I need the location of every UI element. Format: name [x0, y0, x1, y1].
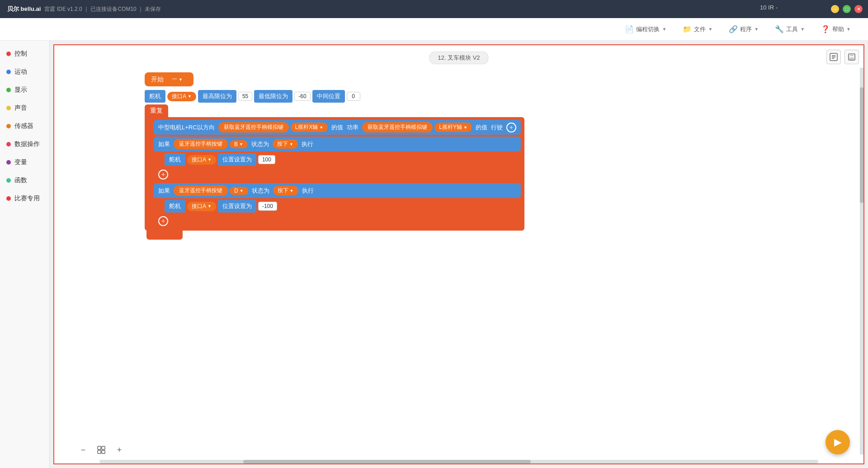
sidebar-item-competition[interactable]: 比赛专用 — [0, 190, 49, 207]
key-b-dropdown[interactable]: B ▼ — [230, 140, 248, 148]
coding-switch-label: 编程切换 — [636, 25, 660, 33]
canvas-title: 12. 叉车模块 V2 — [429, 52, 488, 64]
pos-val1-input[interactable]: 100 — [258, 155, 275, 164]
if1-label: 如果 — [158, 140, 170, 148]
canvas-area[interactable]: 12. 叉车模块 V2 — [53, 44, 864, 464]
if1-plus-row: ＋ — [154, 168, 521, 181]
sidebar-item-display[interactable]: 显示 — [0, 81, 49, 99]
pos-val2-input[interactable]: -100 — [258, 202, 277, 211]
sidebar-item-variable[interactable]: 变量 — [0, 154, 49, 171]
close-button[interactable]: ✕ — [854, 5, 863, 13]
tools-button[interactable]: 🔧 工具 ▼ — [771, 23, 808, 36]
port-dropdown-1[interactable]: 接口A ▼ — [167, 92, 196, 101]
file-icon: 📁 — [683, 25, 692, 33]
sidebar-item-motion[interactable]: 运动 — [0, 63, 49, 80]
program-icon: 🔗 — [729, 25, 738, 33]
joystick-y-dropdown[interactable]: L摇杆Y轴 ▼ — [434, 123, 472, 132]
sidebar-item-label-data: 数据操作 — [14, 140, 40, 148]
motor-add-button[interactable]: ＋ — [506, 123, 516, 132]
if1-add-button[interactable]: ＋ — [158, 170, 168, 180]
help-icon: ❓ — [821, 25, 830, 33]
titlebar: 贝尔 bellu.ai 雷霆 IDE v1.2.0 ｜ 已连接设备COM10 ｜… — [0, 0, 868, 18]
sidebar-item-sensor[interactable]: 传感器 — [0, 118, 49, 135]
ir-badge: 10 IR - — [760, 4, 778, 11]
max-val-input[interactable]: 55 — [238, 92, 252, 101]
h-scrollbar-thumb[interactable] — [243, 460, 531, 463]
file-label: 文件 — [694, 25, 706, 33]
repeat-block[interactable]: 重复 — [145, 104, 168, 117]
port-a3-dropdown[interactable]: 接口A ▼ — [187, 202, 216, 211]
sidebar-item-data[interactable]: 数据操作 — [0, 136, 49, 153]
zoom-in-button[interactable]: + — [113, 444, 126, 456]
function-dot — [6, 178, 11, 183]
file-button[interactable]: 📁 文件 ▼ — [679, 23, 716, 36]
save-button[interactable] — [844, 50, 859, 64]
sidebar-item-label-competition: 比赛专用 — [14, 194, 40, 203]
servo-config-row: 舵机 接口A ▼ 最高限位为 55 最低限位为 -60 中间位置 0 — [145, 90, 524, 103]
pressed1-dropdown[interactable]: 按下 ▼ — [273, 139, 298, 149]
servo2-block[interactable]: 舵机 — [165, 153, 185, 166]
svg-rect-8 — [102, 446, 105, 449]
horizontal-scrollbar[interactable] — [99, 460, 818, 463]
minimize-button[interactable]: － — [831, 5, 839, 13]
canvas-top-right-icons — [826, 50, 859, 64]
forward-label: 行驶 — [491, 123, 503, 132]
start-block[interactable]: 开始 一 ▼ — [145, 72, 193, 86]
max-limit-label: 最高限位为 — [198, 90, 236, 103]
program-button[interactable]: 🔗 程序 ▼ — [725, 23, 762, 36]
zoom-controls: − + — [77, 444, 126, 456]
coding-switch-button[interactable]: 📄 编程切换 ▼ — [621, 23, 670, 36]
joystick-x-dropdown[interactable]: L摇杆X轴 ▼ — [291, 123, 328, 132]
help-button[interactable]: ❓ 帮助 ▼ — [817, 23, 854, 36]
sidebar-item-control[interactable]: 控制 — [0, 45, 49, 62]
repeat-footer — [146, 231, 183, 240]
bt-key2-block[interactable]: 蓝牙遥控手柄按键 — [174, 185, 228, 196]
svg-rect-5 — [850, 54, 854, 56]
tools-chevron: ▼ — [800, 27, 805, 32]
play-icon: ▶ — [834, 436, 842, 448]
state2-label: 状态为 — [252, 187, 269, 195]
mid-pos-label: 中间位置 — [312, 90, 345, 103]
maximize-button[interactable]: □ — [843, 5, 851, 13]
sidebar-item-label-motion: 运动 — [14, 68, 27, 76]
start-dropdown[interactable]: 一 ▼ — [167, 75, 187, 84]
svg-rect-6 — [849, 57, 854, 60]
sidebar-item-function[interactable]: 函数 — [0, 172, 49, 189]
start-chevron: ▼ — [179, 77, 183, 82]
code-view-button[interactable] — [826, 50, 841, 64]
pressed2-dropdown[interactable]: 按下 ▼ — [273, 186, 298, 195]
mid-val-input[interactable]: 0 — [347, 92, 360, 101]
port-a2-dropdown[interactable]: 接口A ▼ — [187, 155, 216, 165]
svg-rect-10 — [102, 450, 105, 454]
bt-key1-block[interactable]: 蓝牙遥控手柄按键 — [174, 139, 228, 149]
program-chevron: ▼ — [754, 27, 759, 32]
key-d-dropdown[interactable]: D ▼ — [230, 187, 248, 195]
if2-label: 如果 — [158, 187, 170, 195]
v-scrollbar-thumb[interactable] — [860, 87, 863, 203]
servo3-block[interactable]: 舵机 — [165, 200, 185, 213]
execute1-label: 执行 — [302, 140, 313, 148]
if2-add-button[interactable]: ＋ — [158, 216, 168, 226]
sidebar-item-label-control: 控制 — [14, 50, 27, 58]
sidebar-item-label-display: 显示 — [14, 86, 27, 94]
fit-button[interactable] — [95, 444, 108, 456]
start-label: 开始 — [151, 76, 164, 84]
get-bt1-block[interactable]: 获取蓝牙遥控手柄模拟键 — [218, 122, 289, 132]
vertical-scrollbar[interactable] — [860, 68, 863, 454]
control-dot — [6, 52, 11, 56]
play-button[interactable]: ▶ — [826, 430, 850, 454]
sidebar-item-sound[interactable]: 声音 — [0, 99, 49, 117]
servo-block[interactable]: 舵机 — [145, 90, 165, 103]
main-layout: 控制 运动 显示 声音 传感器 数据操作 变量 函数 — [0, 41, 868, 468]
if1-row: 如果 蓝牙遥控手柄按键 B ▼ 状态为 按下 ▼ 执行 — [154, 137, 521, 151]
sidebar-item-label-function: 函数 — [14, 176, 27, 184]
coding-switch-icon: 📄 — [625, 25, 634, 33]
coding-switch-chevron: ▼ — [662, 27, 666, 32]
motion-dot — [6, 70, 11, 74]
variable-dot — [6, 160, 11, 165]
min-val-input[interactable]: -60 — [294, 92, 310, 101]
zoom-out-button[interactable]: − — [77, 444, 90, 456]
power-label: 功率 — [347, 123, 359, 132]
tools-icon: 🔧 — [775, 25, 784, 33]
get-bt2-block[interactable]: 获取蓝牙遥控手柄模拟键 — [362, 122, 433, 132]
